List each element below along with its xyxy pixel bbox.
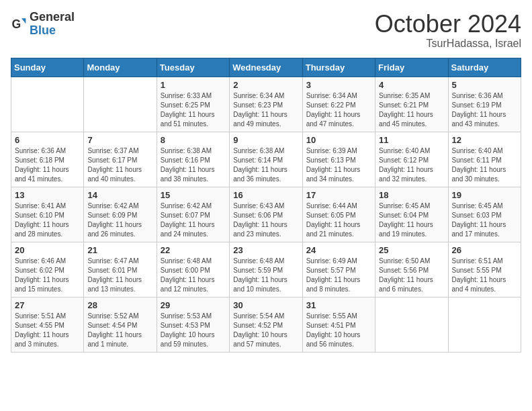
day-info: Sunrise: 6:36 AM Sunset: 6:19 PM Dayligh… <box>452 91 517 129</box>
day-number: 17 <box>306 190 371 200</box>
day-number: 6 <box>15 135 80 145</box>
day-number: 19 <box>452 190 517 200</box>
day-cell: 27Sunrise: 5:51 AM Sunset: 4:55 PM Dayli… <box>11 297 84 352</box>
location-title: TsurHadassa, Israel <box>375 38 521 50</box>
day-info: Sunrise: 6:46 AM Sunset: 6:02 PM Dayligh… <box>15 257 80 294</box>
day-info: Sunrise: 6:50 AM Sunset: 5:56 PM Dayligh… <box>379 257 444 294</box>
day-cell: 16Sunrise: 6:43 AM Sunset: 6:06 PM Dayli… <box>230 187 302 242</box>
day-number: 18 <box>379 190 444 200</box>
day-number: 10 <box>306 135 371 145</box>
day-info: Sunrise: 6:38 AM Sunset: 6:14 PM Dayligh… <box>233 146 298 184</box>
day-number: 21 <box>87 245 152 255</box>
day-number: 8 <box>161 135 226 145</box>
day-info: Sunrise: 6:33 AM Sunset: 6:25 PM Dayligh… <box>161 91 226 129</box>
logo-blue-text: Blue <box>30 24 75 38</box>
day-cell: 14Sunrise: 6:42 AM Sunset: 6:09 PM Dayli… <box>84 187 157 242</box>
day-cell: 2Sunrise: 6:34 AM Sunset: 6:23 PM Daylig… <box>230 77 302 132</box>
day-cell: 26Sunrise: 6:51 AM Sunset: 5:55 PM Dayli… <box>448 242 521 297</box>
day-cell: 4Sunrise: 6:35 AM Sunset: 6:21 PM Daylig… <box>375 77 448 132</box>
day-cell: 29Sunrise: 5:53 AM Sunset: 4:53 PM Dayli… <box>157 297 229 352</box>
day-cell: 28Sunrise: 5:52 AM Sunset: 4:54 PM Dayli… <box>84 297 157 352</box>
day-info: Sunrise: 6:39 AM Sunset: 6:13 PM Dayligh… <box>306 146 371 184</box>
day-info: Sunrise: 5:52 AM Sunset: 4:54 PM Dayligh… <box>87 312 152 349</box>
day-info: Sunrise: 6:35 AM Sunset: 6:21 PM Dayligh… <box>379 91 444 129</box>
day-cell: 12Sunrise: 6:40 AM Sunset: 6:11 PM Dayli… <box>448 132 521 187</box>
day-info: Sunrise: 6:42 AM Sunset: 6:09 PM Dayligh… <box>87 201 152 239</box>
day-number: 22 <box>161 245 226 255</box>
day-info: Sunrise: 6:36 AM Sunset: 6:18 PM Dayligh… <box>15 146 80 184</box>
day-cell: 8Sunrise: 6:38 AM Sunset: 6:16 PM Daylig… <box>157 132 229 187</box>
day-info: Sunrise: 6:45 AM Sunset: 6:03 PM Dayligh… <box>452 201 517 239</box>
day-info: Sunrise: 6:51 AM Sunset: 5:55 PM Dayligh… <box>452 257 517 294</box>
day-info: Sunrise: 6:34 AM Sunset: 6:22 PM Dayligh… <box>306 91 371 129</box>
day-info: Sunrise: 5:53 AM Sunset: 4:53 PM Dayligh… <box>161 312 226 349</box>
title-block: October 2024 TsurHadassa, Israel <box>375 11 521 50</box>
day-number: 4 <box>379 80 444 90</box>
header-row: SundayMondayTuesdayWednesdayThursdayFrid… <box>11 58 521 77</box>
header-cell-monday: Monday <box>84 58 157 77</box>
day-number: 12 <box>452 135 517 145</box>
week-row-4: 20Sunrise: 6:46 AM Sunset: 6:02 PM Dayli… <box>11 242 521 297</box>
day-cell: 19Sunrise: 6:45 AM Sunset: 6:03 PM Dayli… <box>448 187 521 242</box>
header-cell-friday: Friday <box>375 58 448 77</box>
day-cell: 23Sunrise: 6:48 AM Sunset: 5:59 PM Dayli… <box>230 242 302 297</box>
day-number: 27 <box>15 300 80 310</box>
day-number: 29 <box>161 300 226 310</box>
day-cell: 6Sunrise: 6:36 AM Sunset: 6:18 PM Daylig… <box>11 132 84 187</box>
day-cell: 24Sunrise: 6:49 AM Sunset: 5:57 PM Dayli… <box>302 242 375 297</box>
day-info: Sunrise: 6:49 AM Sunset: 5:57 PM Dayligh… <box>306 257 371 294</box>
day-info: Sunrise: 6:41 AM Sunset: 6:10 PM Dayligh… <box>15 201 80 239</box>
day-number: 26 <box>452 245 517 255</box>
day-cell <box>448 297 521 352</box>
day-number: 14 <box>87 190 152 200</box>
logo-icon: G <box>11 16 27 32</box>
day-number: 1 <box>161 80 226 90</box>
day-number: 16 <box>233 190 298 200</box>
day-info: Sunrise: 6:48 AM Sunset: 6:00 PM Dayligh… <box>161 257 226 294</box>
month-title: October 2024 <box>375 11 521 38</box>
day-info: Sunrise: 6:48 AM Sunset: 5:59 PM Dayligh… <box>233 257 298 294</box>
day-cell: 15Sunrise: 6:42 AM Sunset: 6:07 PM Dayli… <box>157 187 229 242</box>
day-number: 7 <box>87 135 152 145</box>
day-number: 2 <box>233 80 298 90</box>
logo: G General Blue <box>11 11 75 38</box>
day-cell: 1Sunrise: 6:33 AM Sunset: 6:25 PM Daylig… <box>157 77 229 132</box>
day-number: 25 <box>379 245 444 255</box>
svg-marker-1 <box>21 18 26 24</box>
day-info: Sunrise: 6:45 AM Sunset: 6:04 PM Dayligh… <box>379 201 444 239</box>
day-number: 20 <box>15 245 80 255</box>
day-cell: 10Sunrise: 6:39 AM Sunset: 6:13 PM Dayli… <box>302 132 375 187</box>
day-info: Sunrise: 5:51 AM Sunset: 4:55 PM Dayligh… <box>15 312 80 349</box>
day-number: 13 <box>15 190 80 200</box>
calendar-table: SundayMondayTuesdayWednesdayThursdayFrid… <box>11 58 521 353</box>
day-number: 11 <box>379 135 444 145</box>
header-cell-wednesday: Wednesday <box>230 58 302 77</box>
day-cell <box>11 77 84 132</box>
header-cell-saturday: Saturday <box>448 58 521 77</box>
day-number: 30 <box>233 300 298 310</box>
week-row-3: 13Sunrise: 6:41 AM Sunset: 6:10 PM Dayli… <box>11 187 521 242</box>
day-cell: 22Sunrise: 6:48 AM Sunset: 6:00 PM Dayli… <box>157 242 229 297</box>
day-info: Sunrise: 6:42 AM Sunset: 6:07 PM Dayligh… <box>161 201 226 239</box>
header-cell-thursday: Thursday <box>302 58 375 77</box>
day-cell: 25Sunrise: 6:50 AM Sunset: 5:56 PM Dayli… <box>375 242 448 297</box>
day-cell: 20Sunrise: 6:46 AM Sunset: 6:02 PM Dayli… <box>11 242 84 297</box>
day-info: Sunrise: 6:34 AM Sunset: 6:23 PM Dayligh… <box>233 91 298 129</box>
day-cell: 11Sunrise: 6:40 AM Sunset: 6:12 PM Dayli… <box>375 132 448 187</box>
day-cell <box>84 77 157 132</box>
day-cell: 31Sunrise: 5:55 AM Sunset: 4:51 PM Dayli… <box>302 297 375 352</box>
header-cell-tuesday: Tuesday <box>157 58 229 77</box>
day-info: Sunrise: 6:37 AM Sunset: 6:17 PM Dayligh… <box>87 146 152 184</box>
day-info: Sunrise: 6:43 AM Sunset: 6:06 PM Dayligh… <box>233 201 298 239</box>
week-row-5: 27Sunrise: 5:51 AM Sunset: 4:55 PM Dayli… <box>11 297 521 352</box>
day-cell <box>375 297 448 352</box>
day-info: Sunrise: 6:40 AM Sunset: 6:12 PM Dayligh… <box>379 146 444 184</box>
day-cell: 7Sunrise: 6:37 AM Sunset: 6:17 PM Daylig… <box>84 132 157 187</box>
day-cell: 3Sunrise: 6:34 AM Sunset: 6:22 PM Daylig… <box>302 77 375 132</box>
day-cell: 21Sunrise: 6:47 AM Sunset: 6:01 PM Dayli… <box>84 242 157 297</box>
svg-text:G: G <box>12 17 21 30</box>
day-number: 5 <box>452 80 517 90</box>
logo-general-text: General <box>30 11 75 24</box>
day-cell: 30Sunrise: 5:54 AM Sunset: 4:52 PM Dayli… <box>230 297 302 352</box>
day-cell: 13Sunrise: 6:41 AM Sunset: 6:10 PM Dayli… <box>11 187 84 242</box>
